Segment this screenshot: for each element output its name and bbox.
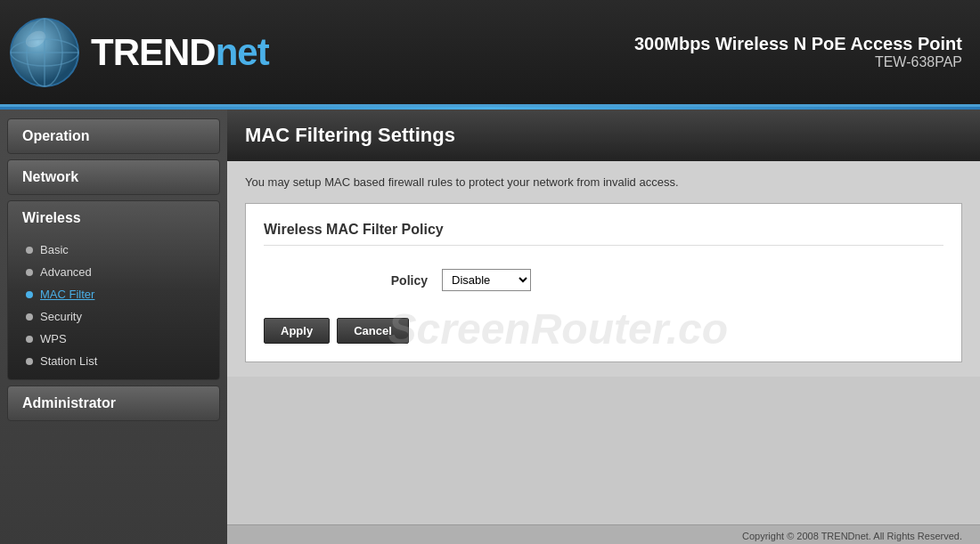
submenu-security-label: Security xyxy=(40,310,82,323)
wireless-section: Wireless Basic Advanced MAC Filter xyxy=(7,200,220,380)
wireless-submenu: Basic Advanced MAC Filter Security xyxy=(8,235,219,379)
policy-box: Wireless MAC Filter Policy Policy Disabl… xyxy=(245,203,962,362)
bullet-icon xyxy=(26,358,33,365)
submenu-mac-filter[interactable]: MAC Filter xyxy=(8,283,219,305)
button-row: Apply Cancel xyxy=(264,318,943,344)
submenu-mac-filter-label: MAC Filter xyxy=(40,288,94,301)
submenu-security[interactable]: Security xyxy=(8,305,219,328)
copyright-text: Copyright © 2008 TRENDnet. All Rights Re… xyxy=(742,531,962,541)
sidebar: Operation Network Wireless Basic Advance… xyxy=(0,110,227,544)
device-name: 300Mbps Wireless N PoE Access Point xyxy=(634,34,962,54)
bullet-icon xyxy=(26,247,33,254)
model-number: TEW-638PAP xyxy=(634,54,962,70)
content-area: MAC Filtering Settings You may setup MAC… xyxy=(227,110,980,544)
logo-icon xyxy=(9,17,80,88)
device-info: 300Mbps Wireless N PoE Access Point TEW-… xyxy=(634,34,962,70)
apply-button[interactable]: Apply xyxy=(264,318,330,344)
network-nav[interactable]: Network xyxy=(7,159,220,195)
operation-nav[interactable]: Operation xyxy=(7,118,220,154)
submenu-station-list[interactable]: Station List xyxy=(8,350,219,372)
policy-box-title: Wireless MAC Filter Policy xyxy=(264,222,943,246)
page-title: MAC Filtering Settings xyxy=(245,124,962,147)
main-layout: Operation Network Wireless Basic Advance… xyxy=(0,110,980,544)
administrator-nav[interactable]: Administrator xyxy=(7,386,220,421)
submenu-station-list-label: Station List xyxy=(40,354,97,368)
policy-row: Policy Disable Allow Deny xyxy=(264,260,943,300)
cancel-button[interactable]: Cancel xyxy=(337,318,409,344)
header: TRENDnet 300Mbps Wireless N PoE Access P… xyxy=(0,0,980,107)
submenu-basic-label: Basic xyxy=(40,243,69,256)
content-header: MAC Filtering Settings xyxy=(227,110,980,161)
bullet-icon xyxy=(26,313,33,321)
content-body: You may setup MAC based firewall rules t… xyxy=(227,161,980,377)
submenu-advanced[interactable]: Advanced xyxy=(8,261,219,283)
description-text: You may setup MAC based firewall rules t… xyxy=(245,175,962,189)
bullet-icon xyxy=(26,269,33,276)
submenu-wps[interactable]: WPS xyxy=(8,328,219,350)
bullet-icon xyxy=(26,336,33,343)
submenu-advanced-label: Advanced xyxy=(40,265,92,279)
logo-area: TRENDnet xyxy=(9,17,269,88)
submenu-basic[interactable]: Basic xyxy=(8,239,219,261)
policy-label: Policy xyxy=(264,273,442,288)
wireless-nav[interactable]: Wireless xyxy=(8,201,219,235)
submenu-wps-label: WPS xyxy=(40,332,67,345)
footer: Copyright © 2008 TRENDnet. All Rights Re… xyxy=(227,524,980,544)
bullet-icon xyxy=(26,291,33,298)
brand-name: TRENDnet xyxy=(91,31,269,74)
policy-select[interactable]: Disable Allow Deny xyxy=(442,269,531,291)
